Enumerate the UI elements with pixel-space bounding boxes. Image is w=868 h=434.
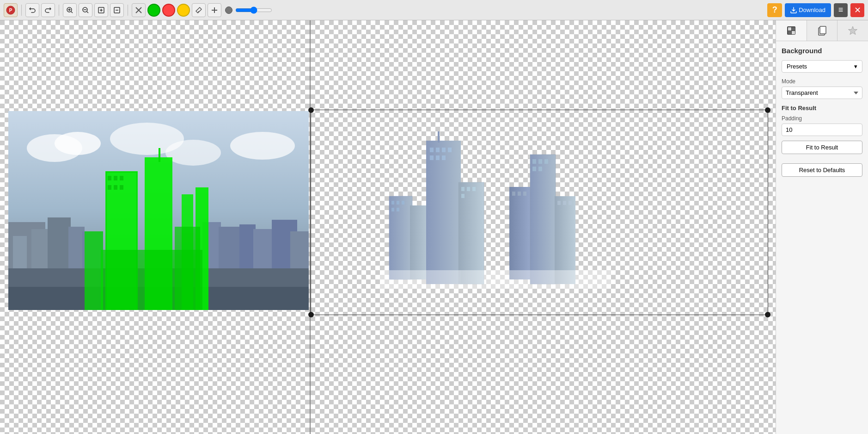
sidebar-tabs <box>776 20 868 41</box>
svg-line-3 <box>71 12 73 13</box>
zoom-out-button[interactable] <box>79 3 92 17</box>
fit-to-result-button[interactable]: Fit to Result <box>782 141 862 154</box>
svg-rect-87 <box>557 201 561 205</box>
svg-rect-75 <box>509 187 532 279</box>
svg-rect-97 <box>820 26 826 34</box>
svg-rect-60 <box>438 131 440 143</box>
svg-rect-67 <box>442 155 446 160</box>
download-button[interactable]: Download <box>785 3 831 17</box>
svg-rect-71 <box>467 187 470 191</box>
padding-input[interactable] <box>782 124 862 136</box>
tab-favorite[interactable] <box>837 20 868 41</box>
svg-rect-57 <box>397 208 399 211</box>
svg-rect-39 <box>114 176 117 180</box>
svg-rect-95 <box>792 31 795 34</box>
redo-button[interactable] <box>41 3 55 17</box>
right-panel <box>311 20 776 434</box>
brush-size-indicator <box>225 6 232 14</box>
svg-rect-94 <box>788 31 791 34</box>
reset-defaults-label: Reset to Defaults <box>799 167 845 174</box>
svg-rect-79 <box>530 155 556 284</box>
svg-rect-43 <box>120 185 123 190</box>
svg-rect-66 <box>436 155 440 160</box>
svg-rect-76 <box>512 192 515 196</box>
right-sidebar: Background Presets ▾ Mode Transparent Wh… <box>776 20 868 434</box>
svg-rect-62 <box>436 148 440 152</box>
svg-rect-45 <box>159 148 160 162</box>
brush-size-slider[interactable] <box>235 6 272 14</box>
menu-button[interactable]: ≡ <box>834 3 848 17</box>
main-area: Background Presets ▾ Mode Transparent Wh… <box>0 20 868 434</box>
reset-defaults-button[interactable]: Reset to Defaults <box>782 163 862 177</box>
fit-to-result-title: Fit to Result <box>782 105 862 112</box>
app-close-button[interactable]: ✕ <box>850 3 864 17</box>
svg-rect-89 <box>568 201 572 205</box>
fit-to-result-label: Fit to Result <box>806 144 838 151</box>
svg-rect-50 <box>175 227 200 310</box>
svg-rect-72 <box>472 187 476 191</box>
svg-rect-82 <box>538 159 542 164</box>
canvas-area <box>0 20 776 434</box>
right-checker-bg[interactable] <box>311 20 776 434</box>
left-panel <box>0 20 311 434</box>
add-tool-button[interactable] <box>208 3 221 17</box>
tool-green-circle[interactable] <box>147 4 160 17</box>
svg-rect-49 <box>85 231 103 310</box>
svg-rect-55 <box>402 201 404 205</box>
brush-size-slider-container <box>225 6 272 14</box>
svg-line-7 <box>87 12 88 13</box>
tool-yellow-circle[interactable] <box>177 4 190 17</box>
svg-rect-64 <box>448 148 452 152</box>
download-label: Download <box>799 6 825 13</box>
svg-rect-59 <box>426 141 461 284</box>
svg-rect-70 <box>461 187 465 191</box>
zoom-fit-button[interactable] <box>94 3 108 17</box>
separator-3 <box>128 5 128 16</box>
svg-rect-42 <box>114 185 117 190</box>
separator-1 <box>21 5 22 16</box>
svg-rect-83 <box>544 159 548 164</box>
svg-rect-84 <box>532 167 536 171</box>
toolbar: P <box>0 0 868 20</box>
help-button[interactable]: ? <box>767 3 782 17</box>
presets-label: Presets <box>787 63 807 70</box>
sidebar-content: Background Presets ▾ Mode Transparent Wh… <box>776 41 868 434</box>
tab-background[interactable] <box>776 20 807 41</box>
handle-tr[interactable] <box>765 107 770 113</box>
undo-button[interactable] <box>25 3 39 17</box>
cancel-button[interactable] <box>132 3 146 17</box>
brush-tool-button[interactable] <box>192 3 206 17</box>
tab-copy[interactable] <box>807 20 838 41</box>
handle-br[interactable] <box>765 312 770 317</box>
tool-red-circle[interactable] <box>162 4 175 17</box>
svg-rect-65 <box>430 155 434 160</box>
svg-text:P: P <box>9 8 12 13</box>
toolbar-right: ? Download ≡ ✕ <box>767 3 864 17</box>
svg-rect-77 <box>518 192 521 196</box>
separator-2 <box>59 5 59 16</box>
mode-select[interactable]: Transparent White Black Custom Color <box>782 87 862 99</box>
zoom-in-button[interactable] <box>63 3 77 17</box>
result-image <box>380 113 611 289</box>
original-image[interactable] <box>8 111 309 310</box>
svg-rect-92 <box>788 27 791 31</box>
svg-rect-40 <box>120 176 123 180</box>
mode-label: Mode <box>782 78 862 85</box>
svg-rect-63 <box>442 148 446 152</box>
svg-rect-93 <box>792 27 795 31</box>
svg-point-21 <box>230 132 295 160</box>
padding-label: Padding <box>782 115 862 122</box>
presets-button[interactable]: Presets ▾ <box>782 60 862 73</box>
svg-rect-85 <box>538 167 542 171</box>
svg-rect-88 <box>563 201 566 205</box>
svg-rect-78 <box>523 192 526 196</box>
svg-rect-41 <box>108 185 111 190</box>
presets-chevron-icon: ▾ <box>854 63 857 70</box>
svg-marker-98 <box>849 26 857 35</box>
svg-point-18 <box>55 132 101 155</box>
svg-rect-90 <box>380 270 611 289</box>
svg-rect-61 <box>430 148 434 152</box>
svg-rect-56 <box>391 208 394 211</box>
svg-rect-38 <box>108 176 111 180</box>
zoom-reset-button[interactable] <box>110 3 124 17</box>
